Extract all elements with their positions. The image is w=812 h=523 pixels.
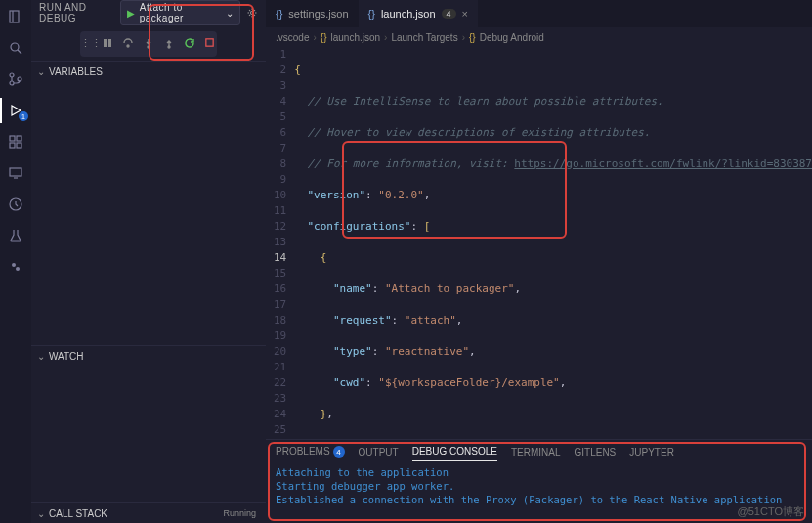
svg-rect-6 — [17, 136, 21, 141]
problems-badge: 4 — [333, 446, 345, 458]
chevron-down-icon: ⌄ — [37, 351, 45, 362]
breadcrumb-item[interactable]: .vscode — [276, 32, 309, 43]
gear-icon[interactable] — [246, 7, 258, 19]
svg-point-13 — [251, 12, 254, 15]
running-status: Running — [223, 508, 256, 518]
sidebar-titlebar: RUN AND DEBUG ▶ Attach to packager ⌄ — [31, 0, 266, 25]
breadcrumb-item[interactable]: launch.json — [331, 32, 381, 43]
svg-rect-7 — [10, 143, 15, 148]
svg-point-3 — [10, 81, 14, 85]
svg-point-17 — [148, 46, 150, 48]
breadcrumb[interactable]: .vscode› {} launch.json› Launch Targets›… — [266, 27, 812, 47]
svg-rect-0 — [10, 11, 19, 22]
svg-rect-14 — [104, 39, 107, 47]
gitlens-tab[interactable]: GITLENS — [575, 443, 617, 461]
console-line: Starting debugger app worker. — [276, 479, 802, 493]
tab-label: launch.json — [381, 8, 436, 20]
restart-icon[interactable] — [184, 37, 196, 51]
debug-badge: 1 — [19, 111, 28, 121]
svg-point-11 — [12, 263, 16, 267]
source-control-icon[interactable] — [7, 70, 24, 88]
svg-rect-19 — [206, 39, 213, 46]
svg-rect-15 — [108, 39, 111, 47]
tab-label: settings.json — [288, 8, 348, 20]
remote-icon[interactable] — [7, 164, 24, 182]
tab-launch[interactable]: {} launch.json 4 × — [359, 0, 478, 27]
problems-tab[interactable]: PROBLEMS4 — [276, 442, 345, 462]
search-icon[interactable] — [7, 39, 24, 57]
run-debug-sidebar: RUN AND DEBUG ▶ Attach to packager ⌄ ⋮⋮ … — [31, 0, 266, 523]
beaker-icon[interactable] — [7, 227, 24, 244]
step-over-icon[interactable] — [122, 37, 135, 51]
jupyter-tab[interactable]: JUPYTER — [629, 443, 674, 461]
step-out-icon[interactable] — [163, 37, 176, 51]
code-content[interactable]: { // Use IntelliSense to learn about pos… — [294, 47, 812, 439]
json-icon: {} — [469, 32, 476, 43]
svg-rect-8 — [17, 143, 21, 148]
editor-area: {} settings.json {} launch.json 4 × .vsc… — [266, 0, 812, 523]
clock-icon[interactable] — [7, 196, 24, 213]
debug-config-selector[interactable]: ▶ Attach to packager ⌄ — [120, 0, 240, 25]
debug-toolbar: ⋮⋮ — [80, 31, 217, 57]
close-icon[interactable]: × — [462, 8, 468, 20]
debug-console-body[interactable]: Attaching to the application Starting de… — [266, 463, 812, 523]
sidebar-title: RUN AND DEBUG — [39, 2, 120, 23]
pause-icon[interactable] — [102, 37, 114, 51]
json-icon: {} — [321, 32, 327, 43]
callstack-section-header[interactable]: ⌄ CALL STACK Running — [31, 503, 266, 523]
json-icon: {} — [276, 8, 282, 20]
console-line: Established a connection with the Proxy … — [276, 493, 802, 506]
chevron-down-icon: ⌄ — [37, 508, 45, 519]
editor-tabs: {} settings.json {} launch.json 4 × — [266, 0, 812, 27]
step-into-icon[interactable] — [143, 37, 155, 51]
svg-rect-9 — [10, 168, 21, 176]
breadcrumb-item[interactable]: Debug Android — [480, 32, 544, 43]
start-debug-icon: ▶ — [127, 8, 136, 19]
json-icon: {} — [368, 8, 375, 20]
svg-point-2 — [10, 73, 14, 77]
svg-point-1 — [11, 43, 19, 51]
svg-point-12 — [16, 267, 20, 271]
line-gutter: 1234567891011121314151617181920212223242… — [266, 47, 294, 439]
svg-point-16 — [127, 45, 129, 47]
watch-section-header[interactable]: ⌄ WATCH — [31, 346, 266, 366]
variables-label: VARIABLES — [49, 66, 103, 77]
callstack-label: CALL STACK — [49, 508, 107, 519]
bottom-panel: PROBLEMS4 OUTPUT DEBUG CONSOLE TERMINAL … — [266, 439, 812, 523]
config-label: Attach to packager — [140, 2, 222, 23]
drag-handle-icon[interactable]: ⋮⋮ — [80, 37, 94, 51]
modified-badge: 4 — [442, 9, 456, 19]
watch-label: WATCH — [49, 351, 84, 362]
chevron-down-icon: ⌄ — [226, 8, 235, 19]
extensions-icon[interactable] — [7, 133, 24, 151]
explorer-icon[interactable] — [7, 8, 24, 25]
terminal-tab[interactable]: TERMINAL — [511, 443, 561, 461]
code-editor[interactable]: 1234567891011121314151617181920212223242… — [266, 47, 812, 439]
debug-console-tab[interactable]: DEBUG CONSOLE — [412, 442, 497, 461]
breadcrumb-item[interactable]: Launch Targets — [391, 32, 457, 43]
output-tab[interactable]: OUTPUT — [359, 443, 399, 461]
variables-section-header[interactable]: ⌄ VARIABLES — [31, 62, 266, 81]
panel-tabs: PROBLEMS4 OUTPUT DEBUG CONSOLE TERMINAL … — [266, 440, 812, 463]
console-line: Attaching to the application — [276, 465, 802, 479]
tab-settings[interactable]: {} settings.json — [266, 0, 359, 27]
svg-rect-5 — [10, 136, 15, 141]
python-icon[interactable] — [7, 258, 24, 276]
run-debug-icon[interactable]: 1 — [7, 102, 24, 119]
stop-icon[interactable] — [204, 37, 217, 51]
svg-point-18 — [168, 46, 170, 48]
activity-bar: 1 — [0, 0, 31, 523]
chevron-down-icon: ⌄ — [37, 66, 45, 77]
